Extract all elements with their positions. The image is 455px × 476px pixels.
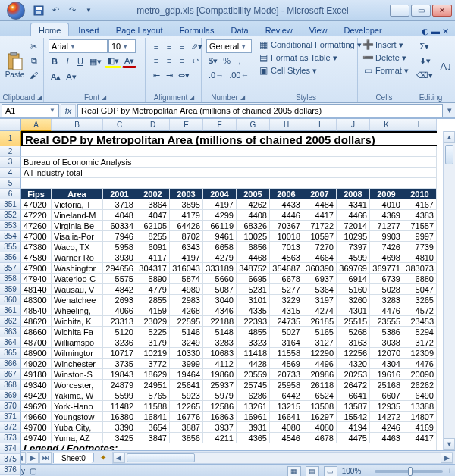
cell[interactable]: 24879: [103, 380, 136, 390]
cell[interactable]: 4855: [237, 327, 270, 337]
row-header[interactable]: 355: [0, 242, 21, 252]
cell[interactable]: 10330: [170, 348, 203, 359]
cell[interactable]: 2006: [270, 189, 303, 199]
cell[interactable]: 4301: [337, 305, 370, 316]
alignment-dialog-icon[interactable]: ◢: [190, 94, 194, 101]
cell[interactable]: 2009: [370, 189, 403, 199]
decrease-indent-icon[interactable]: ⇤: [150, 68, 162, 82]
cell[interactable]: 6442: [270, 390, 303, 401]
cell[interactable]: 294656: [103, 263, 136, 274]
cell[interactable]: Virginia Be: [52, 221, 103, 231]
cell[interactable]: 49020: [21, 359, 52, 369]
font-dialog-icon[interactable]: ◢: [102, 94, 106, 101]
cell[interactable]: 60334: [103, 221, 136, 231]
cell[interactable]: 3179: [136, 337, 170, 348]
save-icon[interactable]: [32, 4, 46, 17]
cell[interactable]: 4496: [303, 359, 337, 369]
cell[interactable]: 20986: [303, 369, 337, 380]
cell[interactable]: 23029: [136, 316, 170, 327]
cell[interactable]: 4197: [203, 199, 237, 210]
cell[interactable]: 5148: [203, 327, 237, 337]
column-header[interactable]: I: [303, 119, 337, 131]
cell[interactable]: 24951: [136, 380, 170, 390]
cell[interactable]: 4299: [203, 210, 237, 221]
cell[interactable]: 13261: [237, 401, 270, 412]
cell[interactable]: 25937: [203, 380, 237, 390]
cell[interactable]: [21, 178, 437, 189]
cell[interactable]: 8702: [170, 231, 203, 242]
cell[interactable]: 13388: [403, 401, 437, 412]
cell[interactable]: 10683: [203, 348, 237, 359]
cell[interactable]: 5660: [203, 274, 237, 284]
column-header[interactable]: F: [203, 119, 237, 131]
cell[interactable]: 4468: [237, 252, 270, 263]
cell[interactable]: 11418: [237, 348, 270, 359]
cell[interactable]: 16961: [237, 412, 270, 422]
cell[interactable]: 48700: [21, 337, 52, 348]
cell[interactable]: 6914: [337, 274, 370, 284]
paste-button[interactable]: Paste: [5, 39, 25, 93]
accounting-format-icon[interactable]: $▾: [206, 54, 220, 67]
cut-icon[interactable]: ✂: [27, 39, 40, 53]
cell[interactable]: 26262: [403, 380, 437, 390]
cell[interactable]: 369769: [337, 263, 370, 274]
cell[interactable]: 5225: [136, 327, 170, 337]
cell[interactable]: 5028: [370, 284, 403, 295]
cell[interactable]: 22188: [203, 316, 237, 327]
help-icon[interactable]: ◐ ▬ ✕: [422, 27, 455, 36]
column-header[interactable]: H: [270, 119, 303, 131]
delete-cells-button[interactable]: ➖Delete ▾: [362, 52, 409, 63]
clear-icon[interactable]: ⌫▾: [414, 68, 435, 82]
cell[interactable]: 3283: [370, 295, 403, 305]
tab-formulas[interactable]: Formulas: [172, 23, 222, 36]
row-header[interactable]: 374: [0, 443, 21, 454]
cell[interactable]: 3101: [237, 295, 270, 305]
cell[interactable]: 4463: [370, 433, 403, 443]
cell[interactable]: 3864: [136, 199, 170, 210]
cell[interactable]: 4169: [403, 422, 437, 433]
cell[interactable]: 48660: [21, 327, 52, 337]
cell[interactable]: 47580: [21, 252, 52, 263]
cell[interactable]: 5120: [103, 327, 136, 337]
scroll-up-icon[interactable]: ▲: [444, 131, 455, 143]
cell[interactable]: 48540: [21, 305, 52, 316]
font-size-combo[interactable]: 10▼: [108, 39, 136, 53]
cell[interactable]: 3937: [203, 422, 237, 433]
cell[interactable]: 3172: [403, 337, 437, 348]
cell[interactable]: 4167: [403, 199, 437, 210]
cell[interactable]: 47300: [21, 231, 52, 242]
tab-home[interactable]: Home: [30, 23, 69, 36]
cell[interactable]: 25641: [170, 380, 203, 390]
cell[interactable]: Yuba City,: [52, 422, 103, 433]
title-cell[interactable]: Real GDP by Metropolitan Area (millions …: [21, 131, 437, 146]
cell[interactable]: 3038: [370, 337, 403, 348]
format-cells-button[interactable]: ▭Format ▾: [362, 65, 409, 76]
cell[interactable]: Yuma, AZ: [52, 433, 103, 443]
row-header[interactable]: 4: [0, 168, 21, 178]
cell[interactable]: 3127: [303, 337, 337, 348]
page-layout-view-icon[interactable]: ▤: [306, 466, 319, 477]
cell[interactable]: 4546: [270, 433, 303, 443]
cell[interactable]: 5890: [136, 274, 170, 284]
align-left-icon[interactable]: ≡: [150, 54, 162, 67]
cell[interactable]: 3931: [237, 422, 270, 433]
cell[interactable]: 4476: [403, 359, 437, 369]
cell[interactable]: 7270: [303, 242, 337, 252]
cell[interactable]: 4048: [103, 210, 136, 221]
cell[interactable]: 19860: [203, 369, 237, 380]
new-sheet-icon[interactable]: ✦: [96, 453, 111, 462]
undo-icon[interactable]: ↶: [49, 4, 62, 17]
qat-customize-icon[interactable]: ▼: [82, 4, 96, 17]
tab-insert[interactable]: Insert: [71, 23, 107, 36]
cell[interactable]: 2008: [337, 189, 370, 199]
align-right-icon[interactable]: ≡: [176, 54, 188, 67]
number-dialog-icon[interactable]: ◢: [240, 94, 245, 101]
row-header[interactable]: 369: [0, 390, 21, 401]
column-header[interactable]: D: [136, 119, 170, 131]
cell[interactable]: 6607: [370, 390, 403, 401]
cell[interactable]: 7739: [403, 242, 437, 252]
cell[interactable]: 3999: [170, 359, 203, 369]
cell[interactable]: 4159: [136, 305, 170, 316]
cell[interactable]: 10025: [237, 231, 270, 242]
cell[interactable]: 3265: [403, 295, 437, 305]
